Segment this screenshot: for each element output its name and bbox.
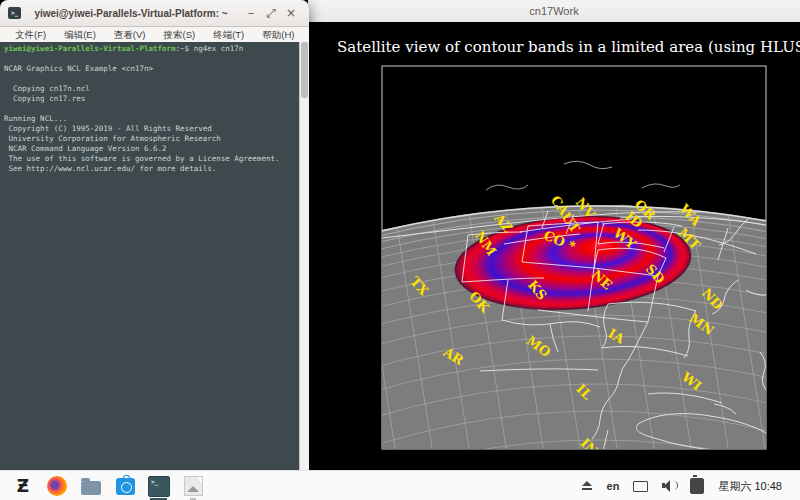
- restore-button[interactable]: ⤢: [261, 6, 281, 20]
- prompt-separator: :~$: [176, 44, 190, 53]
- terminal-line: Copying cn17.res: [4, 94, 300, 104]
- battery-icon[interactable]: [690, 478, 704, 494]
- taskbar-launchers: Ƶ >_: [0, 475, 204, 497]
- image-viewer-button[interactable]: [182, 475, 204, 497]
- terminal-scrollbar[interactable]: [299, 42, 309, 470]
- terminal-output[interactable]: yiwei@yiwei-Parallels-Virtual-Platform:~…: [0, 42, 300, 470]
- satellite-map: Satellite view of contour bands in a lim…: [308, 22, 800, 470]
- terminal-line: [4, 54, 300, 64]
- image-viewer-icon: [184, 476, 203, 496]
- terminal-title: yiwei@yiwei-Parallels-Virtual-Platform: …: [21, 8, 241, 19]
- terminal-titlebar[interactable]: >_ yiwei@yiwei-Parallels-Virtual-Platfor…: [0, 0, 309, 27]
- terminal-line: University Corporation for Atmospheric R…: [4, 134, 300, 144]
- terminal-line: The use of this software is governed by …: [4, 154, 300, 164]
- app-launcher-button[interactable]: Ƶ: [12, 475, 34, 497]
- scrollbar-thumb[interactable]: [301, 42, 308, 98]
- launcher-z-icon: Ƶ: [17, 476, 29, 496]
- clock[interactable]: 星期六 10:48: [718, 479, 782, 494]
- terminal-line: NCAR Command Language Version 6.6.2: [4, 144, 300, 154]
- terminal-line: [4, 74, 300, 84]
- software-store-button[interactable]: [114, 475, 136, 497]
- taskbar: Ƶ >_ en 星期六 10:48: [0, 470, 800, 500]
- menu-help[interactable]: 帮助(H): [253, 29, 303, 42]
- plot-canvas: Satellite view of contour bands in a lim…: [308, 22, 800, 470]
- prompt-line: yiwei@yiwei-Parallels-Virtual-Platform:~…: [4, 44, 300, 54]
- terminal-line: [4, 104, 300, 114]
- menu-file[interactable]: 文件(F): [6, 29, 55, 42]
- menu-edit[interactable]: 编辑(E): [55, 29, 105, 42]
- file-manager-button[interactable]: [80, 475, 102, 497]
- prompt-user-host: yiwei@yiwei-Parallels-Virtual-Platform: [4, 44, 176, 53]
- terminal-line: Running NCL...: [4, 114, 300, 124]
- menu-terminal[interactable]: 终端(T): [204, 29, 253, 42]
- prompt-command: ng4ex cn17n: [189, 44, 243, 53]
- folder-icon: [81, 481, 101, 495]
- software-store-icon: [116, 478, 135, 495]
- terminal-window: >_ yiwei@yiwei-Parallels-Virtual-Platfor…: [0, 0, 309, 470]
- language-indicator[interactable]: en: [607, 480, 620, 492]
- minimize-button[interactable]: –: [241, 6, 261, 20]
- desktop: { "terminal_window": { "title": "yiwei@y…: [0, 0, 800, 500]
- taskbar-tray: en 星期六 10:48: [581, 478, 800, 494]
- terminal-task-button[interactable]: >_: [148, 475, 170, 497]
- close-button[interactable]: ×: [281, 6, 301, 20]
- display-icon[interactable]: [633, 481, 648, 492]
- menu-view[interactable]: 查看(V): [105, 29, 155, 42]
- terminal-line: See http://www.ncl.ucar.edu/ for more de…: [4, 164, 300, 174]
- terminal-app-icon: >_: [8, 7, 21, 19]
- firefox-button[interactable]: [46, 475, 68, 497]
- terminal-line: Copyright (C) 1995-2019 - All Rights Res…: [4, 124, 300, 134]
- terminal-line: Copying cn17n.ncl: [4, 84, 300, 94]
- plot-window: cn17Work: [308, 0, 800, 470]
- eject-icon[interactable]: [581, 481, 593, 491]
- plot-titlebar[interactable]: cn17Work: [308, 0, 800, 23]
- terminal-line: NCAR Graphics NCL Example <cn17n>: [4, 64, 300, 74]
- map-title: Satellite view of contour bands in a lim…: [337, 38, 800, 56]
- terminal-icon: >_: [148, 476, 170, 497]
- volume-icon[interactable]: [662, 480, 676, 492]
- menu-search[interactable]: 搜索(S): [154, 29, 204, 42]
- plot-window-title: cn17Work: [529, 5, 578, 17]
- firefox-icon: [47, 476, 67, 496]
